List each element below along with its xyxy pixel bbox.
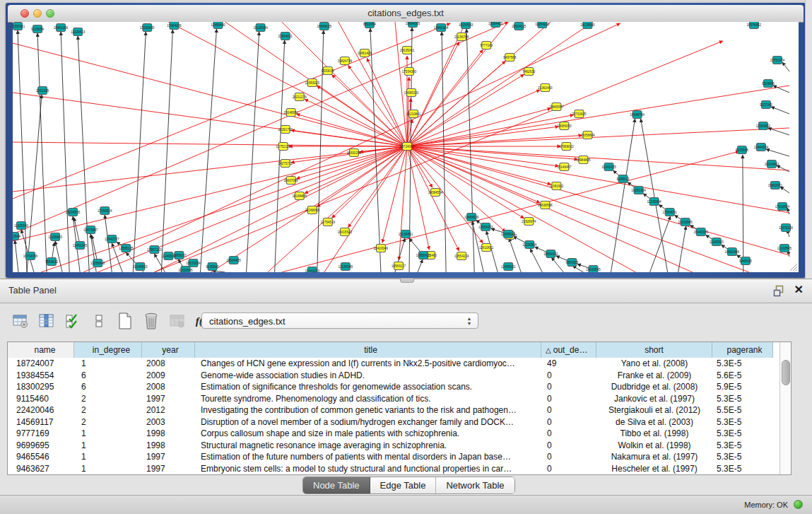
- status-bar: Memory: OK: [0, 495, 812, 514]
- graph-node-label: 11381902: [549, 185, 564, 188]
- tab-node-table[interactable]: Node Table: [303, 477, 370, 493]
- graph-node-label: 17359924: [98, 209, 112, 213]
- table-row[interactable]: 1872400712008Changes of HCN gene express…: [8, 358, 791, 370]
- node-table[interactable]: name in_degree year title △out_de… short…: [7, 341, 792, 475]
- graph-node-label: 17554300: [402, 70, 417, 74]
- cell-pagerank: 5.9E-5: [712, 381, 773, 393]
- column-header-out-degree[interactable]: △out_de…: [541, 342, 596, 358]
- column-header-in-degree[interactable]: in_degree: [74, 342, 142, 358]
- column-header-name[interactable]: name: [8, 342, 74, 358]
- cell-short: Jankovic et al. (1997): [596, 393, 712, 405]
- table-row[interactable]: 946362711997Embryonic stem cells: a mode…: [8, 463, 791, 475]
- graph-node-label: 10975887: [83, 228, 98, 232]
- window-titlebar[interactable]: citations_edges.txt: [8, 5, 804, 23]
- memory-status-label: Memory: OK: [744, 501, 788, 509]
- graph-node-label: 2051309: [36, 89, 49, 93]
- graph-node-label: 8913544: [13, 235, 20, 238]
- cell-in-degree: 1: [74, 358, 142, 370]
- delete-columns-icon[interactable]: [142, 312, 160, 330]
- network-canvas[interactable]: 1872400716015523127545192226806818184805…: [13, 22, 799, 272]
- column-header-year[interactable]: year: [142, 342, 195, 358]
- graph-node-label: 16253304: [631, 189, 646, 192]
- cell-pagerank: 5.5E-5: [712, 404, 773, 416]
- window-title: citations_edges.txt: [8, 8, 804, 18]
- network-view-window[interactable]: citations_edges.txt 18724007160155231275…: [6, 3, 806, 278]
- tab-network-table[interactable]: Network Table: [436, 477, 514, 493]
- cell-short: de Silva et al. (2003): [596, 416, 712, 428]
- graph-edge: [133, 32, 146, 272]
- column-header-pagerank[interactable]: pagerank: [712, 342, 773, 358]
- row-height-icon[interactable]: [90, 312, 108, 330]
- graph-node-label: 15048951: [283, 111, 298, 115]
- graph-edge: [213, 271, 225, 272]
- cell-title: Tourette syndrome. Phenomenology and cla…: [195, 393, 541, 405]
- graph-node-label: 10489539: [464, 216, 479, 219]
- graph-edge: [782, 62, 789, 71]
- table-selector-dropdown[interactable]: citations_edges.txt ▲▼: [201, 313, 478, 329]
- graph-node-label: 6497568: [503, 56, 516, 59]
- graph-node-label: 15146457: [557, 165, 572, 169]
- new-table-icon[interactable]: [116, 312, 134, 330]
- graph-node-label: 19135054: [253, 26, 268, 30]
- graph-edge: [611, 119, 635, 272]
- table-row[interactable]: 1456911722003Disruption of a novel membe…: [8, 416, 791, 428]
- graph-node-label: 15824739: [338, 59, 353, 63]
- cell-short: Wolkin et al. (1998): [596, 440, 712, 452]
- graph-node-label: 9329966: [762, 82, 775, 86]
- cell-pagerank: 5.3E-5: [712, 463, 773, 475]
- splitter-handle[interactable]: [400, 279, 414, 283]
- close-panel-icon[interactable]: ✕: [794, 284, 804, 296]
- graph-node-label: 12942737: [105, 238, 119, 241]
- table-row[interactable]: 1938455462009Genome-wide association stu…: [8, 370, 791, 382]
- graph-node-label: 9554031: [45, 260, 58, 264]
- select-columns-icon[interactable]: [37, 312, 56, 330]
- scrollbar-thumb[interactable]: [782, 360, 790, 385]
- show-columns-icon[interactable]: [64, 312, 82, 330]
- graph-edge: [399, 146, 407, 260]
- resize-grip-icon[interactable]: [788, 262, 798, 271]
- graph-node-label: 11245503: [710, 240, 724, 244]
- graph-edge: [780, 187, 789, 193]
- column-header-title[interactable]: title: [195, 342, 541, 358]
- table-row[interactable]: 969969511998Structural magnetic resonanc…: [8, 440, 791, 452]
- delete-table-icon[interactable]: [168, 312, 187, 330]
- table-row[interactable]: 911546021997Tourette syndrome. Phenomeno…: [8, 393, 791, 405]
- table-panel-header[interactable]: Table Panel ✕: [0, 279, 812, 303]
- graph-node-label: 13554203: [478, 226, 493, 229]
- vertical-scrollbar[interactable]: [779, 342, 791, 474]
- graph-edge: [200, 29, 216, 272]
- graph-node-label: 19965330: [404, 91, 419, 95]
- float-panel-icon[interactable]: [773, 285, 785, 297]
- graph-edge: [407, 146, 789, 170]
- graph-node-label: 8813054: [363, 23, 376, 26]
- table-row[interactable]: 977716911998Corpus callosum shape and si…: [8, 428, 791, 440]
- graph-edge: [418, 259, 423, 272]
- cell-out-degree: 0: [541, 393, 596, 405]
- tab-edge-table[interactable]: Edge Table: [370, 477, 437, 493]
- cell-in-degree: 2: [74, 404, 142, 416]
- network-graph[interactable]: 1872400716015523127545192226806818184805…: [13, 22, 799, 272]
- cell-short: Yano et al. (2008): [596, 358, 712, 370]
- column-header-short[interactable]: short: [596, 342, 712, 358]
- graph-node-label: 18984805: [576, 158, 591, 162]
- graph-node-label: 11054233: [535, 23, 550, 26]
- cell-short: Dudbridge et al. (2008): [596, 381, 712, 393]
- graph-node-label: 16533054: [186, 262, 201, 265]
- graph-edge: [766, 149, 789, 156]
- graph-node-label: 11335540: [14, 224, 29, 228]
- cell-pagerank: 5.3E-5: [712, 428, 773, 440]
- graph-node-label: 10950423: [416, 254, 431, 257]
- table-row[interactable]: 1830029562008Estimation of significance …: [8, 381, 791, 393]
- table-settings-icon[interactable]: [11, 312, 30, 330]
- table-row[interactable]: 946554611997Estimation of the future num…: [8, 451, 791, 463]
- graph-node-label: 13350645: [90, 262, 105, 265]
- graph-node-label: 18184805: [292, 194, 307, 198]
- graph-edge: [678, 226, 686, 272]
- graph-edge: [407, 22, 466, 146]
- cell-name: 9115460: [8, 393, 74, 405]
- graph-node-label: 14033545: [586, 268, 601, 271]
- cell-short: Stergiakouli et al. (2012): [596, 404, 712, 416]
- graph-edge: [317, 30, 324, 272]
- table-row[interactable]: 2242004622012Investigating the contribut…: [8, 404, 791, 416]
- graph-edge: [777, 165, 789, 172]
